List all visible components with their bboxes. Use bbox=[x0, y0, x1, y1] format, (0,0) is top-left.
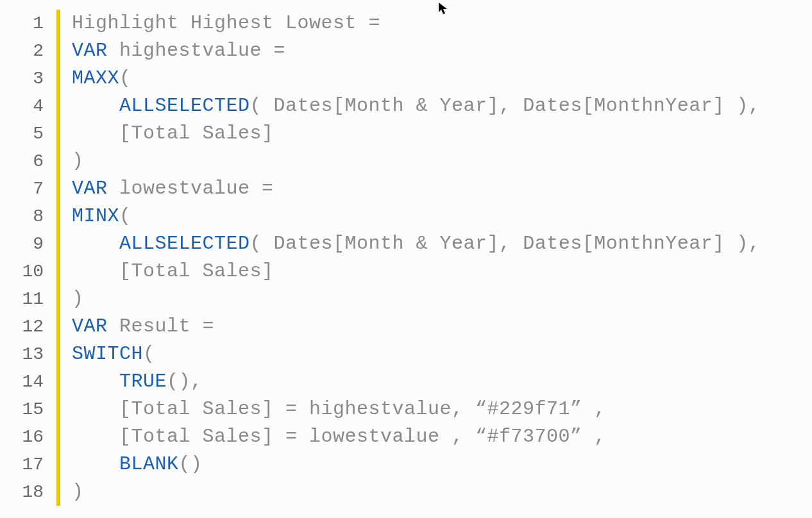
code-line[interactable]: [Total Sales] bbox=[72, 258, 812, 285]
function-token: BLANK bbox=[119, 453, 179, 475]
text-token bbox=[72, 233, 119, 255]
change-indicator-bar bbox=[56, 10, 60, 506]
text-token: ) bbox=[72, 481, 84, 503]
code-line[interactable]: Highlight Highest Lowest = bbox=[72, 10, 812, 37]
code-line[interactable]: [Total Sales] bbox=[72, 120, 812, 147]
text-token: ( bbox=[119, 205, 131, 227]
code-line[interactable]: [Total Sales] = lowestvalue , “#f73700” … bbox=[72, 423, 812, 451]
function-token: MAXX bbox=[72, 67, 119, 89]
text-token: ( Dates[Month & Year], Dates[MonthnYear]… bbox=[250, 95, 761, 117]
code-line[interactable]: TRUE(), bbox=[72, 368, 812, 396]
text-token bbox=[72, 95, 119, 117]
line-number: 18 bbox=[22, 478, 44, 506]
text-token: ( bbox=[143, 343, 155, 365]
line-number: 15 bbox=[22, 396, 44, 423]
text-token: highestvalue = bbox=[108, 40, 286, 62]
function-token: SWITCH bbox=[72, 343, 143, 365]
code-line[interactable]: ) bbox=[72, 478, 812, 506]
code-line[interactable]: ) bbox=[72, 285, 812, 313]
code-line[interactable]: [Total Sales] = highestvalue, “#229f71” … bbox=[72, 396, 812, 423]
text-token: ( Dates[Month & Year], Dates[MonthnYear]… bbox=[250, 233, 761, 255]
line-number: 2 bbox=[33, 37, 44, 65]
keyword-token: VAR bbox=[72, 178, 108, 199]
line-number: 1 bbox=[33, 10, 44, 37]
text-token: [Total Sales] bbox=[72, 122, 274, 144]
line-number: 7 bbox=[33, 175, 44, 203]
text-token: ) bbox=[72, 150, 84, 172]
formula-editor[interactable]: 123456789101112131415161718 Highlight Hi… bbox=[0, 0, 812, 518]
code-line[interactable]: SWITCH( bbox=[72, 340, 812, 368]
line-number: 12 bbox=[22, 313, 44, 340]
function-token: TRUE bbox=[119, 371, 167, 392]
line-number: 8 bbox=[33, 203, 44, 230]
code-line[interactable]: ALLSELECTED( Dates[Month & Year], Dates[… bbox=[72, 230, 812, 258]
code-line[interactable]: ) bbox=[72, 147, 812, 175]
line-number: 11 bbox=[22, 285, 44, 313]
line-number: 3 bbox=[33, 65, 44, 92]
text-token: [Total Sales] = lowestvalue , “#f73700” … bbox=[72, 426, 606, 447]
code-line[interactable]: VAR highestvalue = bbox=[72, 37, 812, 65]
code-area[interactable]: Highlight Highest Lowest =VAR highestval… bbox=[72, 10, 812, 518]
text-token: [Total Sales] = highestvalue, “#229f71” … bbox=[72, 398, 606, 420]
text-token: [Total Sales] bbox=[72, 260, 274, 282]
code-line[interactable]: ALLSELECTED( Dates[Month & Year], Dates[… bbox=[72, 92, 812, 120]
text-token: Highlight Highest Lowest = bbox=[72, 12, 380, 34]
code-line[interactable]: VAR Result = bbox=[72, 313, 812, 340]
code-line[interactable]: BLANK() bbox=[72, 451, 812, 478]
keyword-token: VAR bbox=[72, 40, 108, 62]
text-token: (), bbox=[167, 371, 203, 392]
line-number: 16 bbox=[22, 423, 44, 451]
code-line[interactable]: VAR lowestvalue = bbox=[72, 175, 812, 203]
line-number: 17 bbox=[22, 451, 44, 478]
line-number: 13 bbox=[22, 340, 44, 368]
line-number-gutter: 123456789101112131415161718 bbox=[0, 10, 56, 518]
line-number: 4 bbox=[33, 92, 44, 120]
line-number: 9 bbox=[33, 230, 44, 258]
code-line[interactable]: MAXX( bbox=[72, 65, 812, 92]
line-number: 14 bbox=[22, 368, 44, 396]
function-token: ALLSELECTED bbox=[119, 233, 250, 255]
text-token: ( bbox=[119, 67, 131, 89]
line-number: 6 bbox=[33, 147, 44, 175]
line-number: 10 bbox=[22, 258, 44, 285]
function-token: MINX bbox=[72, 205, 119, 227]
text-token: () bbox=[179, 453, 203, 475]
text-token: ) bbox=[72, 288, 84, 310]
text-token: Result = bbox=[108, 315, 215, 337]
text-token: lowestvalue = bbox=[108, 178, 274, 199]
keyword-token: VAR bbox=[72, 315, 108, 337]
code-line[interactable]: MINX( bbox=[72, 203, 812, 230]
text-token bbox=[72, 453, 119, 475]
function-token: ALLSELECTED bbox=[119, 95, 250, 117]
text-token bbox=[72, 371, 119, 392]
line-number: 5 bbox=[33, 120, 44, 147]
